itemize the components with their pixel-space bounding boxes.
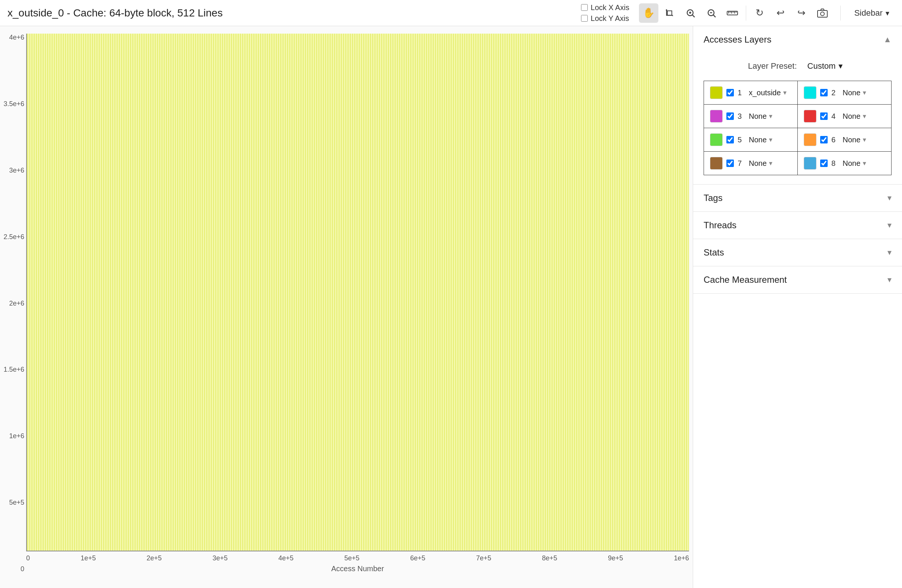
tags-title: Tags: [703, 193, 723, 203]
lock-x-row[interactable]: Lock X Axis: [581, 3, 629, 12]
layer-row-2: 2 None ▾: [798, 81, 891, 105]
toolbar: x_outside_0 - Cache: 64-byte block, 512 …: [0, 0, 902, 26]
stats-chevron-icon: ▾: [888, 248, 891, 257]
layer-4-dropdown[interactable]: None ▾: [842, 112, 885, 120]
stats-section: Stats ▾: [693, 239, 902, 266]
lock-y-label: Lock Y Axis: [591, 14, 629, 23]
tags-chevron-icon: ▾: [888, 193, 891, 203]
stats-header[interactable]: Stats ▾: [693, 239, 902, 266]
chart-area: Address Offset (Bytes) 4e+6 3.5e+6 3e+6 …: [0, 26, 693, 588]
layer-4-chevron-icon: ▾: [863, 112, 866, 120]
layer-8-chevron-icon: ▾: [863, 159, 866, 167]
layer-2-name: None: [842, 89, 861, 97]
chart-wrapper: Address Offset (Bytes) 4e+6 3.5e+6 3e+6 …: [26, 34, 689, 573]
accesses-layers-header[interactable]: Accesses Layers ▲: [693, 26, 902, 53]
zoom-out-tool-button[interactable]: [702, 3, 721, 23]
redo-button[interactable]: ↪: [792, 3, 811, 23]
accesses-layers-content: Layer Preset: Custom ▾ 1: [693, 53, 902, 184]
layer-1-num: 1: [738, 89, 745, 97]
layer-row-8: 8 None ▾: [798, 152, 891, 175]
lock-y-checkbox[interactable]: [581, 15, 588, 22]
layer-5-checkbox[interactable]: [727, 136, 734, 144]
layer-7-swatch[interactable]: [710, 157, 723, 170]
x-tick-7: 7e+5: [476, 554, 491, 562]
layer-4-checkbox[interactable]: [820, 113, 828, 120]
layer-5-name: None: [749, 136, 767, 144]
layer-5-swatch[interactable]: [710, 133, 723, 146]
layer-6-dropdown[interactable]: None ▾: [842, 136, 885, 144]
cache-measurement-chevron-icon: ▾: [888, 275, 891, 285]
lock-x-label: Lock X Axis: [591, 3, 629, 12]
threads-section: Threads ▾: [693, 212, 902, 239]
layer-8-dropdown[interactable]: None ▾: [842, 159, 885, 168]
zoom-in-tool-button[interactable]: [681, 3, 700, 23]
lock-x-checkbox[interactable]: [581, 4, 588, 11]
accesses-layers-section: Accesses Layers ▲ Layer Preset: Custom ▾: [693, 26, 902, 185]
layer-3-num: 3: [738, 112, 745, 120]
layer-8-swatch[interactable]: [804, 157, 816, 170]
layer-3-dropdown[interactable]: None ▾: [749, 112, 791, 120]
layer-5-dropdown[interactable]: None ▾: [749, 136, 791, 144]
layer-4-num: 4: [832, 112, 839, 120]
layer-1-checkbox[interactable]: [727, 89, 734, 96]
undo-button[interactable]: ↩: [771, 3, 790, 23]
main-content: Address Offset (Bytes) 4e+6 3.5e+6 3e+6 …: [0, 26, 902, 588]
layer-7-dropdown[interactable]: None ▾: [749, 159, 791, 168]
threads-header[interactable]: Threads ▾: [693, 212, 902, 239]
chart-stripes: [27, 34, 689, 550]
layer-8-checkbox[interactable]: [820, 160, 828, 167]
layer-7-checkbox[interactable]: [727, 160, 734, 167]
y-tick-2: 3e+6: [2, 167, 24, 174]
ruler-tool-button[interactable]: [723, 3, 742, 23]
layer-8-name: None: [842, 159, 861, 168]
pan-tool-button[interactable]: ✋: [639, 3, 658, 23]
screenshot-button[interactable]: [813, 3, 832, 23]
layer-6-checkbox[interactable]: [820, 136, 828, 144]
cache-measurement-header[interactable]: Cache Measurement ▾: [693, 266, 902, 293]
crop-tool-button[interactable]: [660, 3, 679, 23]
layer-row-7: 7 None ▾: [704, 152, 797, 175]
layers-grid: 1 x_outside ▾ 3 None: [703, 81, 891, 175]
layer-3-swatch[interactable]: [710, 110, 723, 122]
layer-2-dropdown[interactable]: None ▾: [842, 89, 885, 97]
svg-rect-0: [667, 11, 672, 15]
layer-3-name: None: [749, 112, 767, 120]
lock-y-row[interactable]: Lock Y Axis: [581, 14, 629, 23]
layer-6-swatch[interactable]: [804, 133, 816, 146]
layer-3-checkbox[interactable]: [727, 113, 734, 120]
layer-1-dropdown[interactable]: x_outside ▾: [749, 89, 791, 97]
sidebar-toggle-button[interactable]: Sidebar ▾: [849, 5, 894, 21]
x-tick-9: 9e+5: [608, 554, 623, 562]
layer-6-chevron-icon: ▾: [863, 136, 866, 144]
axis-checkboxes: Lock X Axis Lock Y Axis: [581, 3, 629, 23]
y-tick-7: 5e+5: [2, 499, 24, 507]
layer-2-checkbox[interactable]: [820, 89, 828, 96]
x-axis-ticks: 0 1e+5 2e+5 3e+5 4e+5 5e+5 6e+5 7e+5 8e+…: [26, 554, 689, 562]
chart-canvas[interactable]: [26, 34, 689, 551]
layer-4-swatch[interactable]: [804, 110, 816, 122]
x-tick-0: 0: [26, 554, 30, 562]
layer-5-num: 5: [738, 136, 745, 144]
layer-6-name: None: [842, 136, 861, 144]
tags-section: Tags ▾: [693, 185, 902, 212]
toolbar-separator-1: [746, 6, 746, 20]
x-tick-5: 5e+5: [344, 554, 359, 562]
x-tick-1: 1e+5: [81, 554, 96, 562]
refresh-button[interactable]: ↻: [750, 3, 769, 23]
layer-2-num: 2: [832, 89, 839, 97]
layer-4-name: None: [842, 112, 861, 120]
svg-line-2: [692, 15, 695, 17]
sidebar-chevron-icon: ▾: [886, 9, 889, 17]
threads-title: Threads: [703, 220, 736, 230]
svg-line-6: [713, 15, 716, 17]
sidebar-toggle-label: Sidebar: [854, 8, 883, 18]
tool-buttons: ✋: [639, 3, 832, 23]
y-tick-4: 2e+6: [2, 300, 24, 307]
layer-row-6: 6 None ▾: [798, 128, 891, 152]
layer-preset-dropdown[interactable]: Custom ▾: [803, 59, 847, 73]
tags-header[interactable]: Tags ▾: [693, 185, 902, 211]
layer-1-swatch[interactable]: [710, 86, 723, 99]
layer-6-num: 6: [832, 136, 839, 144]
svg-point-16: [821, 12, 824, 16]
layer-2-swatch[interactable]: [804, 86, 816, 99]
